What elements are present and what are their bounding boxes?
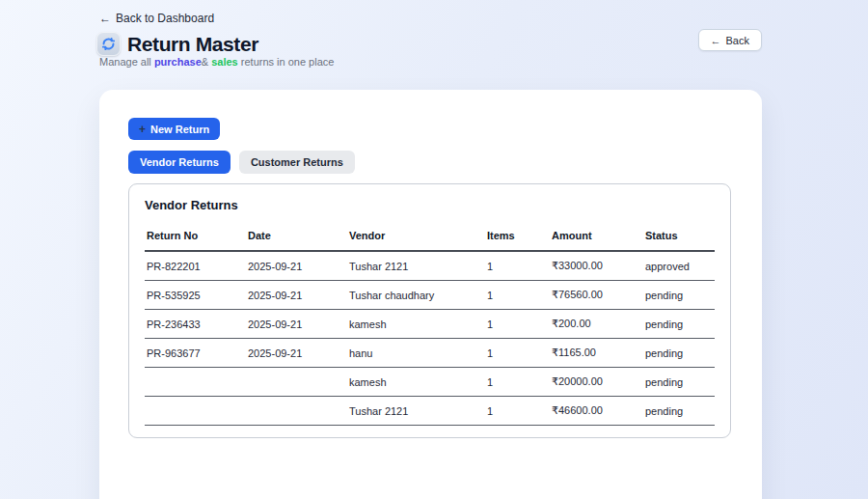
table-row[interactable]: PR-535925 2025-09-21 Tushar chaudhary 1 … (145, 281, 715, 310)
tab-customer-returns[interactable]: Customer Returns (239, 151, 355, 174)
cell-status: approved (643, 251, 715, 281)
column-header-status: Status (643, 224, 715, 251)
new-return-button[interactable]: + New Return (128, 118, 220, 140)
table-title: Vendor Returns (145, 198, 715, 212)
cell-items: 1 (485, 339, 550, 368)
cell-vendor: Tushar chaudhary (347, 281, 485, 310)
cell-amount: ₹46600.00 (550, 397, 643, 426)
cell-items: 1 (485, 397, 550, 426)
column-header-vendor: Vendor (347, 224, 485, 251)
cell-vendor: Tushar 2121 (347, 251, 485, 281)
cell-date (246, 397, 347, 426)
back-to-dashboard-label: Back to Dashboard (116, 12, 214, 25)
cell-status: pending (643, 368, 715, 397)
cell-items: 1 (485, 281, 550, 310)
cell-vendor: Tushar 2121 (347, 397, 485, 426)
cell-vendor: kamesh (347, 310, 485, 339)
page-title: Return Master (127, 33, 258, 56)
cell-status: pending (643, 339, 715, 368)
subtitle-amp: & (202, 56, 211, 68)
back-button[interactable]: ← Back (698, 29, 762, 51)
cell-amount: ₹20000.00 (550, 368, 643, 397)
table-row[interactable]: kamesh 1 ₹20000.00 pending (145, 368, 715, 397)
cell-return-no: PR-963677 (145, 339, 246, 368)
subtitle-prefix: Manage all (99, 56, 154, 68)
cell-return-no (145, 397, 246, 426)
cell-amount: ₹33000.00 (550, 251, 643, 281)
table-body: PR-822201 2025-09-21 Tushar 2121 1 ₹3300… (145, 251, 715, 426)
back-arrow-icon: ← (711, 35, 721, 46)
cell-vendor: kamesh (347, 368, 485, 397)
table-row[interactable]: PR-236433 2025-09-21 kamesh 1 ₹200.00 pe… (145, 310, 715, 339)
cell-items: 1 (485, 368, 550, 397)
cell-amount: ₹76560.00 (550, 281, 643, 310)
new-return-label: New Return (150, 124, 209, 135)
cell-status: pending (643, 281, 715, 310)
subtitle-sales: sales (211, 56, 238, 68)
cell-vendor: hanu (347, 339, 485, 368)
back-arrow-icon: ← (99, 12, 111, 25)
column-header-items: Items (485, 224, 550, 251)
plus-icon: + (139, 123, 146, 136)
cell-amount: ₹1165.00 (550, 339, 643, 368)
back-to-dashboard-link[interactable]: ← Back to Dashboard (99, 12, 214, 25)
cell-items: 1 (485, 251, 550, 281)
tab-bar: Vendor Returns Customer Returns (128, 151, 733, 174)
circular-arrows-icon (96, 32, 121, 56)
cell-status: pending (643, 310, 715, 339)
table-row[interactable]: Tushar 2121 1 ₹46600.00 pending (145, 397, 715, 426)
vendor-returns-table: Return No Date Vendor Items Amount Statu… (145, 224, 715, 426)
cell-date: 2025-09-21 (246, 281, 347, 310)
cell-items: 1 (485, 310, 550, 339)
cell-date (246, 368, 347, 397)
back-button-label: Back (726, 35, 749, 46)
table-row[interactable]: PR-822201 2025-09-21 Tushar 2121 1 ₹3300… (145, 251, 715, 281)
title-row: Return Master (96, 32, 258, 56)
page-subtitle: Manage all purchase& sales returns in on… (99, 56, 334, 68)
cell-return-no (145, 368, 246, 397)
cell-status: pending (643, 397, 715, 426)
cell-return-no: PR-236433 (145, 310, 246, 339)
subtitle-purchase: purchase (154, 56, 202, 68)
subtitle-suffix: returns in one place (238, 56, 335, 68)
table-row[interactable]: PR-963677 2025-09-21 hanu 1 ₹1165.00 pen… (145, 339, 715, 368)
cell-return-no: PR-822201 (145, 251, 246, 281)
main-card: + New Return Vendor Returns Customer Ret… (99, 90, 762, 499)
column-header-return-no: Return No (145, 224, 246, 251)
table-header-row: Return No Date Vendor Items Amount Statu… (145, 224, 715, 251)
cell-return-no: PR-535925 (145, 281, 246, 310)
cell-date: 2025-09-21 (246, 251, 347, 281)
cell-date: 2025-09-21 (246, 339, 347, 368)
cell-date: 2025-09-21 (246, 310, 347, 339)
vendor-returns-card: Vendor Returns Return No Date Vendor Ite… (128, 183, 731, 438)
column-header-date: Date (246, 224, 347, 251)
column-header-amount: Amount (550, 224, 643, 251)
cell-amount: ₹200.00 (550, 310, 643, 339)
tab-vendor-returns[interactable]: Vendor Returns (128, 151, 231, 174)
